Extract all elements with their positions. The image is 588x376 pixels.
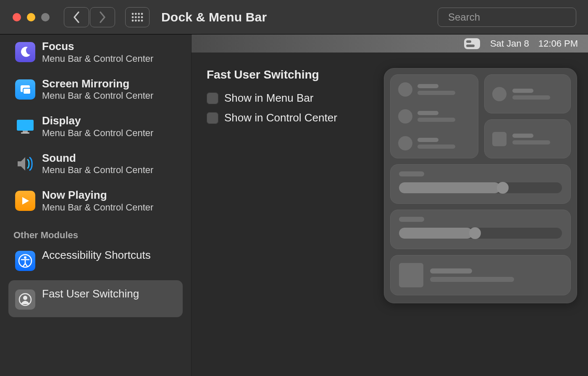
- sidebar-item-label: Display: [42, 115, 153, 127]
- cc-slider-1: [390, 164, 571, 204]
- control-center-preview: [384, 68, 577, 303]
- display-icon: [15, 116, 35, 137]
- sidebar-item-label: Sound: [42, 152, 153, 164]
- svg-point-9: [135, 19, 137, 21]
- svg-rect-18: [21, 132, 29, 134]
- svg-point-3: [141, 13, 143, 15]
- window-title: Dock & Menu Bar: [161, 10, 267, 24]
- sidebar-item-sublabel: Menu Bar & Control Center: [42, 202, 153, 213]
- option-label: Show in Menu Bar: [224, 92, 313, 105]
- svg-point-4: [132, 16, 134, 18]
- sidebar-item-sublabel: Menu Bar & Control Center: [42, 128, 153, 139]
- minimize-window-button[interactable]: [27, 13, 35, 21]
- sidebar-item-sublabel: Menu Bar & Control Center: [42, 53, 153, 64]
- svg-point-1: [135, 13, 137, 15]
- cc-now-playing: [390, 255, 571, 295]
- svg-point-11: [141, 19, 143, 21]
- sidebar: Focus Menu Bar & Control Center Screen M…: [0, 34, 192, 376]
- svg-point-2: [138, 13, 140, 15]
- accessibility-icon: [15, 251, 35, 271]
- window-controls: [13, 13, 50, 21]
- cc-tile-users: [390, 74, 478, 158]
- svg-rect-15: [23, 88, 31, 94]
- settings-heading: Fast User Switching: [207, 68, 380, 82]
- sidebar-section-label: Other Modules: [0, 222, 191, 245]
- svg-point-8: [132, 19, 134, 21]
- svg-rect-17: [23, 131, 28, 132]
- focus-icon: [15, 42, 35, 62]
- svg-point-6: [138, 16, 140, 18]
- svg-point-0: [132, 13, 134, 15]
- menubar-time: 12:06 PM: [538, 38, 578, 49]
- chevron-left-icon: [73, 11, 80, 24]
- cc-slider-2: [390, 210, 571, 249]
- sidebar-item-sublabel: Menu Bar & Control Center: [42, 165, 153, 176]
- option-show-in-control-center[interactable]: Show in Control Center: [207, 111, 380, 124]
- screen-mirroring-icon: [15, 79, 35, 100]
- chevron-right-icon: [99, 11, 106, 24]
- menubar-date: Sat Jan 8: [490, 38, 529, 49]
- svg-point-20: [24, 256, 26, 259]
- control-center-menubar-icon: [464, 38, 480, 49]
- now-playing-icon: [15, 191, 35, 211]
- user-icon: [15, 289, 35, 310]
- search-field[interactable]: [438, 8, 576, 27]
- svg-point-5: [135, 16, 137, 18]
- svg-point-22: [23, 296, 27, 300]
- svg-point-10: [138, 19, 140, 21]
- zoom-window-button[interactable]: [41, 13, 50, 21]
- svg-point-7: [141, 16, 143, 18]
- checkbox[interactable]: [207, 112, 218, 124]
- close-window-button[interactable]: [13, 13, 21, 21]
- sidebar-item-sound[interactable]: Sound Menu Bar & Control Center: [0, 148, 191, 185]
- sidebar-item-label: Fast User Switching: [42, 288, 139, 300]
- grid-icon: [131, 12, 144, 22]
- sidebar-item-screen-mirroring[interactable]: Screen Mirroring Menu Bar & Control Cent…: [0, 74, 191, 111]
- sidebar-item-label: Focus: [42, 40, 153, 53]
- svg-rect-16: [17, 120, 34, 131]
- sidebar-item-label: Accessibility Shortcuts: [42, 249, 151, 261]
- sidebar-item-label: Screen Mirroring: [42, 78, 153, 90]
- checkbox[interactable]: [207, 92, 218, 104]
- sidebar-item-label: Now Playing: [42, 189, 153, 201]
- cc-tile-small-1: [484, 74, 571, 113]
- search-input[interactable]: [448, 11, 574, 23]
- window-toolbar: Dock & Menu Bar: [0, 0, 588, 34]
- sound-icon: [15, 154, 35, 174]
- option-show-in-menu-bar[interactable]: Show in Menu Bar: [207, 92, 380, 105]
- forward-button[interactable]: [90, 7, 115, 27]
- sidebar-item-display[interactable]: Display Menu Bar & Control Center: [0, 110, 191, 148]
- sidebar-item-now-playing[interactable]: Now Playing Menu Bar & Control Center: [0, 185, 191, 222]
- option-label: Show in Control Center: [224, 111, 337, 124]
- sidebar-item-fast-user-switching[interactable]: Fast User Switching: [8, 280, 183, 317]
- menubar-preview: Sat Jan 8 12:06 PM: [192, 34, 588, 53]
- back-button[interactable]: [64, 7, 89, 27]
- sidebar-item-accessibility-shortcuts[interactable]: Accessibility Shortcuts: [0, 245, 191, 280]
- show-all-button[interactable]: [125, 7, 150, 27]
- cc-tile-small-2: [484, 119, 571, 158]
- main-panel: Sat Jan 8 12:06 PM Fast User Switching S…: [192, 34, 588, 376]
- settings-section: Fast User Switching Show in Menu Bar Sho…: [207, 68, 380, 365]
- sidebar-item-focus[interactable]: Focus Menu Bar & Control Center: [0, 36, 191, 74]
- sidebar-item-sublabel: Menu Bar & Control Center: [42, 90, 153, 101]
